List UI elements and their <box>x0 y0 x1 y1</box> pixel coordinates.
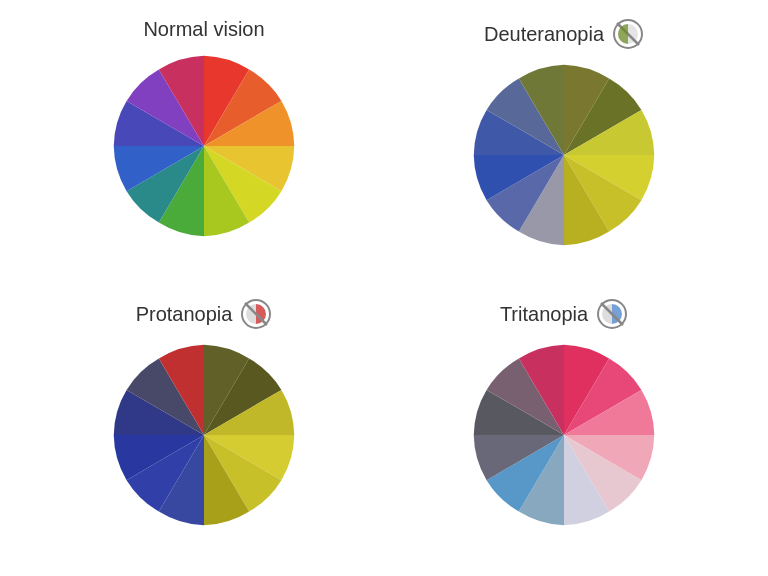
normal-wheel <box>109 51 299 241</box>
normal-label: Normal vision <box>143 18 264 41</box>
protanopia-label: Protanopia <box>136 303 233 326</box>
deuteranopia-wheel <box>469 60 659 250</box>
color-vision-grid: Normal vision <box>44 18 724 558</box>
protanopia-label-row: Protanopia <box>136 298 273 330</box>
cell-protanopia: Protanopia <box>44 298 364 558</box>
cell-deuteranopia: Deuteranopia <box>404 18 724 278</box>
cell-normal: Normal vision <box>44 18 364 278</box>
deuteranopia-icon <box>612 18 644 50</box>
protanopia-wheel <box>109 340 299 530</box>
tritanopia-label-row: Tritanopia <box>500 298 628 330</box>
deuteranopia-label-row: Deuteranopia <box>484 18 644 50</box>
deuteranopia-label: Deuteranopia <box>484 23 604 46</box>
normal-label-row: Normal vision <box>143 18 264 41</box>
protanopia-icon <box>240 298 272 330</box>
tritanopia-label: Tritanopia <box>500 303 588 326</box>
tritanopia-wheel <box>469 340 659 530</box>
tritanopia-icon <box>596 298 628 330</box>
cell-tritanopia: Tritanopia <box>404 298 724 558</box>
